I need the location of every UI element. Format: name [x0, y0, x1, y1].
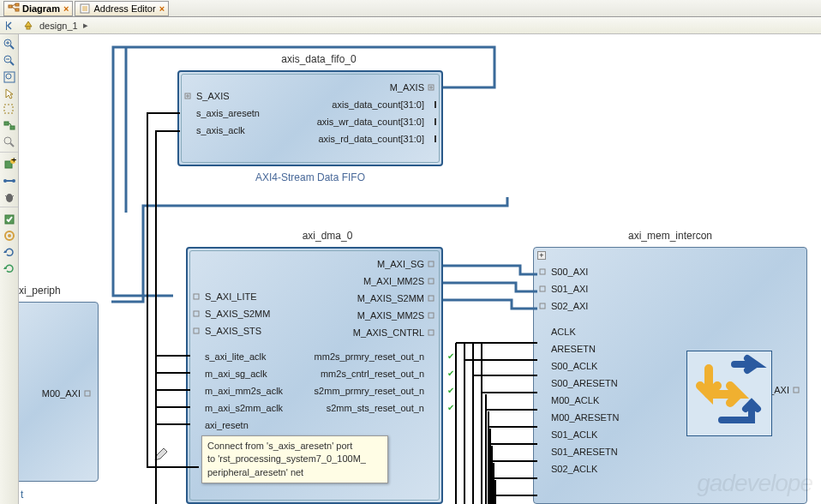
- port-m-axi-sg[interactable]: M_AXI_SG: [377, 259, 438, 269]
- tab-close-icon[interactable]: ×: [159, 3, 165, 14]
- block-subtitle-fifo: AXI4-Stream Data FIFO: [216, 170, 405, 185]
- validate-icon[interactable]: [2, 212, 17, 227]
- svg-line-13: [10, 45, 14, 49]
- port-m00-axi-periph[interactable]: M00_AXI: [42, 388, 94, 399]
- back-icon[interactable]: [3, 20, 15, 32]
- area-select-icon[interactable]: [2, 102, 17, 117]
- port-m-axis-s2mm[interactable]: M_AXIS_S2MM: [357, 293, 438, 303]
- svg-line-17: [10, 62, 14, 65]
- expand-icon[interactable]: +: [537, 251, 546, 260]
- port-m-axi-sg-aclk[interactable]: m_axi_sg_aclk: [191, 369, 267, 379]
- block-title-fifo: axis_data_fifo_0: [233, 53, 405, 65]
- port-m-axis[interactable]: M_AXIS: [390, 82, 438, 93]
- hierarchy-icon[interactable]: [22, 20, 34, 32]
- svg-line-25: [10, 143, 14, 147]
- zoom-fit-icon[interactable]: [2, 69, 17, 85]
- svg-rect-46: [194, 294, 199, 299]
- svg-point-37: [8, 234, 11, 237]
- zoom-in-icon[interactable]: [2, 37, 17, 52]
- address-editor-icon: [79, 3, 91, 15]
- bug-icon[interactable]: [2, 189, 17, 205]
- search-icon[interactable]: [2, 135, 17, 150]
- port-m00-aclk[interactable]: M00_ACLK: [537, 395, 599, 405]
- port-s-axis-aclk[interactable]: s_axis_aclk: [183, 125, 245, 135]
- svg-point-30: [3, 179, 7, 183]
- block-title-intercon: axi_mem_intercon: [602, 230, 739, 242]
- svg-rect-55: [540, 286, 545, 291]
- breadcrumb-design[interactable]: design_1: [36, 21, 81, 31]
- svg-marker-10: [25, 21, 32, 27]
- checkmark-icon: ✔: [447, 386, 454, 395]
- block-axis-data-fifo[interactable]: S_AXIS s_axis_aresetn s_axis_aclk M_AXIS…: [177, 70, 443, 166]
- svg-rect-47: [194, 311, 199, 316]
- svg-rect-52: [428, 313, 434, 318]
- port-s-axis[interactable]: S_AXIS: [183, 91, 230, 101]
- port-s-axi-lite-aclk[interactable]: s_axi_lite_aclk: [191, 351, 267, 362]
- port-s2mm-sts-reset[interactable]: s2mm_sts_reset_out_n: [327, 403, 438, 413]
- port-aresetn[interactable]: ARESETN: [537, 344, 596, 354]
- port-m-axi-mm2s-aclk[interactable]: m_axi_mm2s_aclk: [191, 386, 283, 396]
- svg-rect-50: [428, 279, 434, 284]
- port-s-axis-s2mm[interactable]: S_AXIS_S2MM: [191, 309, 270, 319]
- port-s01-axi[interactable]: S01_AXI: [537, 284, 588, 294]
- port-axis-rd-data-count[interactable]: axis_rd_data_count[31:0]: [318, 134, 438, 144]
- watermark: gadevelope: [697, 470, 812, 497]
- port-m-axis-mm2s[interactable]: M_AXIS_MM2S: [357, 310, 438, 321]
- block-title-periph: xi_periph: [19, 285, 61, 297]
- block-diagram-canvas[interactable]: axis_data_fifo_0 S_AXIS s_axis_aresetn s…: [19, 34, 821, 504]
- chevron-right-icon: ▸: [83, 20, 88, 31]
- select-icon[interactable]: [2, 86, 17, 101]
- port-s2mm-prmry-reset[interactable]: s2mm_prmry_reset_out_n: [315, 386, 438, 396]
- svg-point-20: [6, 74, 11, 79]
- settings-icon[interactable]: [2, 228, 17, 243]
- port-s00-axi[interactable]: S00_AXI: [537, 267, 588, 277]
- port-aclk[interactable]: ACLK: [537, 327, 576, 337]
- port-s02-axi[interactable]: S02_AXI: [537, 301, 588, 311]
- port-m-axi-mm2s[interactable]: M_AXI_MM2S: [363, 276, 438, 286]
- svg-rect-56: [540, 303, 545, 309]
- svg-rect-58: [85, 391, 90, 396]
- block-title-dma: axi_dma_0: [276, 230, 379, 242]
- port-s00-aclk[interactable]: S00_ACLK: [537, 361, 597, 371]
- svg-rect-48: [194, 328, 199, 333]
- expand-icon[interactable]: [2, 261, 17, 276]
- canvas-toolbar: +: [0, 34, 19, 504]
- port-mm2s-prmry-reset[interactable]: mm2s_prmry_reset_out_n: [315, 351, 438, 362]
- port-m-axi-s2mm-aclk[interactable]: m_axi_s2mm_aclk: [191, 403, 283, 413]
- zoom-out-icon[interactable]: [2, 53, 17, 69]
- refresh-icon[interactable]: [2, 244, 17, 260]
- tab-address-editor[interactable]: Address Editor ×: [75, 1, 169, 16]
- diagram-icon: [8, 3, 20, 15]
- port-s-axis-sts[interactable]: S_AXIS_STS: [191, 326, 261, 336]
- checkmark-icon: ✔: [447, 403, 454, 412]
- block-axi-periph[interactable]: M00_AXI: [19, 302, 99, 482]
- port-axis-wr-data-count[interactable]: axis_wr_data_count[31:0]: [317, 117, 438, 127]
- tab-close-icon[interactable]: ×: [63, 3, 69, 14]
- port-s-axis-aresetn[interactable]: s_axis_aresetn: [183, 108, 260, 118]
- auto-layout-icon[interactable]: [2, 118, 17, 134]
- port-mm2s-cntrl-reset[interactable]: mm2s_cntrl_reset_out_n: [321, 369, 438, 379]
- port-m-axis-cntrl[interactable]: M_AXIS_CNTRL: [353, 327, 438, 338]
- port-s00-aresetn[interactable]: S00_ARESETN: [537, 378, 618, 388]
- svg-rect-51: [428, 296, 434, 301]
- port-axi-resetn[interactable]: axi_resetn: [191, 420, 249, 430]
- port-s01-aresetn[interactable]: S01_ARESETN: [537, 447, 618, 457]
- tab-diagram-label: Diagram: [22, 3, 60, 14]
- breadcrumb: design_1 ▸: [0, 17, 821, 34]
- port-s01-aclk[interactable]: S01_ACLK: [537, 429, 597, 440]
- add-ip-icon[interactable]: +: [2, 157, 17, 172]
- svg-rect-2: [15, 9, 19, 11]
- port-s02-aclk[interactable]: S02_ACLK: [537, 464, 597, 474]
- port-axis-data-count[interactable]: axis_data_count[31:0]: [332, 99, 438, 110]
- connection-tooltip: Connect from 's_axis_aresetn' port to 'r…: [201, 435, 388, 483]
- make-connection-icon[interactable]: [2, 173, 17, 189]
- svg-point-24: [4, 137, 11, 144]
- port-s-axi-lite[interactable]: S_AXI_LITE: [191, 291, 257, 302]
- tab-address-label: Address Editor: [93, 3, 155, 14]
- port-m00-aresetn[interactable]: M00_ARESETN: [537, 412, 619, 423]
- tab-diagram[interactable]: Diagram ×: [3, 1, 73, 16]
- svg-rect-21: [4, 105, 13, 113]
- block-axi-mem-intercon[interactable]: + S00_AXI S01_AXI S02_AXI ACLK ARESETN S…: [533, 247, 807, 504]
- svg-rect-54: [540, 269, 545, 274]
- svg-rect-53: [428, 330, 434, 335]
